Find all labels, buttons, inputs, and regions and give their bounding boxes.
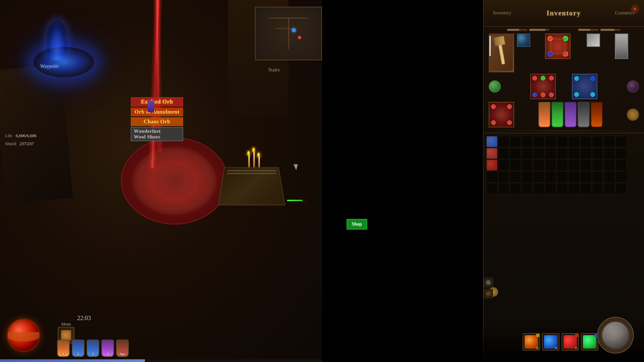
stash-cell-r3-2[interactable] (498, 160, 509, 171)
flask-3[interactable]: 3 (87, 340, 99, 357)
stash-grid[interactable] (486, 136, 641, 194)
stash-cell-r2-11[interactable] (604, 148, 615, 159)
sword-item[interactable] (587, 34, 600, 47)
amulet-slot[interactable] (627, 109, 639, 121)
shop-button[interactable]: Shop (346, 219, 367, 230)
sc-r4-8[interactable] (569, 171, 580, 182)
stash-cell-r2-4[interactable] (522, 148, 533, 159)
sc-r5-1[interactable] (486, 183, 497, 194)
sc-r4-9[interactable] (580, 171, 591, 182)
stash-item-3[interactable] (486, 160, 497, 171)
ring-slot-left[interactable] (489, 80, 501, 93)
sc-r5-8[interactable] (569, 183, 580, 194)
stash-cell-r3-8[interactable] (569, 160, 580, 171)
stash-cell-r3-11[interactable] (604, 160, 615, 171)
stash-cell-r2-9[interactable] (580, 148, 591, 159)
stash-cell-r2-12[interactable] (615, 148, 627, 159)
shield-item[interactable] (572, 74, 597, 99)
sc-r5-10[interactable] (592, 183, 603, 194)
dagger-item[interactable] (615, 34, 628, 59)
flask-1[interactable]: 1 (57, 340, 70, 357)
sc-r4-6[interactable] (545, 171, 556, 182)
sc-r5-5[interactable] (533, 183, 544, 194)
helm-item[interactable] (517, 34, 530, 47)
sc-r5-2[interactable] (498, 183, 509, 194)
waypoint-portal[interactable] (34, 47, 94, 77)
stash-cell-empty-8[interactable] (580, 136, 591, 147)
stash-cell-r2-6[interactable] (545, 148, 556, 159)
skill-slot-1[interactable]: Q (523, 333, 540, 351)
skill-slot-2[interactable]: W (542, 333, 559, 351)
sc-r4-3[interactable] (510, 171, 521, 182)
skill-slot-3[interactable]: E (561, 333, 579, 351)
stash-cell-r2-3[interactable] (510, 148, 521, 159)
inv-flask-2[interactable] (551, 102, 564, 127)
inv-flask-1[interactable] (538, 102, 550, 127)
stash-cell-r3-6[interactable] (545, 160, 556, 171)
stash-cell-r2-8[interactable] (569, 148, 580, 159)
stash-cell-r3-4[interactable] (522, 160, 533, 171)
stash-item-1[interactable] (486, 136, 497, 147)
stash-cell-empty-3[interactable] (522, 136, 533, 147)
character-portrait[interactable] (597, 317, 634, 354)
panel-btn-1[interactable] (484, 278, 493, 287)
stash-cell-empty-5[interactable] (545, 136, 556, 147)
stash-cell-empty-9[interactable] (592, 136, 603, 147)
panel-side-buttons (484, 278, 494, 298)
sc-r5-12[interactable] (615, 183, 627, 194)
stash-cell-r3-7[interactable] (557, 160, 568, 171)
stash-cell-empty-1[interactable] (498, 136, 509, 147)
sc-r5-3[interactable] (510, 183, 521, 194)
inv-flask-4[interactable] (578, 102, 590, 127)
stash-item-2[interactable] (486, 148, 497, 159)
sc-r5-6[interactable] (545, 183, 556, 194)
wanderlust-shoes-drop[interactable]: Wanderlust Wool Shoes (131, 127, 183, 141)
flask-2[interactable]: 2 (72, 340, 85, 357)
stash-cell-r3-10[interactable] (592, 160, 603, 171)
sc-r4-7[interactable] (557, 171, 568, 182)
weapon-slot-left[interactable] (489, 34, 514, 72)
gloves-item[interactable] (489, 102, 514, 127)
chest-item[interactable] (530, 74, 556, 99)
skill-slot-4[interactable] (581, 333, 598, 351)
inv-flask-3[interactable] (565, 102, 577, 127)
stash-cell-r3-5[interactable] (533, 160, 544, 171)
sc-r4-10[interactable] (592, 171, 603, 182)
stash-cell-empty-11[interactable] (615, 136, 627, 147)
stash-cell-empty-6[interactable] (557, 136, 568, 147)
linked-orb-item[interactable] (545, 34, 571, 59)
sc-r4-4[interactable] (522, 171, 533, 182)
minimap[interactable] (255, 7, 322, 60)
sc-r4-12[interactable] (615, 171, 627, 182)
sc-r5-4[interactable] (522, 183, 533, 194)
sc-r5-7[interactable] (557, 183, 568, 194)
stash-cell-r3-9[interactable] (580, 160, 591, 171)
stash-cell-r2-7[interactable] (557, 148, 568, 159)
chest-object[interactable] (218, 167, 285, 205)
stash-cell-empty-4[interactable] (533, 136, 544, 147)
stash-cell-empty-2[interactable] (510, 136, 521, 147)
stash-cell-r2-2[interactable] (498, 148, 509, 159)
flask-4[interactable]: 4 (101, 340, 114, 357)
ring-slot-right[interactable] (627, 80, 639, 93)
stash-cell-r2-5[interactable] (533, 148, 544, 159)
stash-cell-empty-7[interactable] (569, 136, 580, 147)
sc-r5-11[interactable] (604, 183, 615, 194)
stash-cell-r3-3[interactable] (510, 160, 521, 171)
stash-cell-r3-12[interactable] (615, 160, 627, 171)
flask-5[interactable]: Spc (116, 340, 129, 357)
xp-bar (0, 359, 322, 362)
sc-r4-11[interactable] (604, 171, 615, 182)
inv-flask-5[interactable] (591, 102, 603, 127)
sc-r4-2[interactable] (498, 171, 509, 182)
sc-r5-9[interactable] (580, 183, 591, 194)
stash-cell-r2-10[interactable] (592, 148, 603, 159)
sc-r4-1[interactable] (486, 171, 497, 182)
stash-cell-empty-10[interactable] (604, 136, 615, 147)
tab-inventory[interactable]: Inventory (490, 9, 514, 17)
sc-r4-5[interactable] (533, 171, 544, 182)
waypoint-label: Waypoint (40, 64, 58, 69)
close-button[interactable]: ✕ (631, 5, 639, 13)
shield-label: Shield (5, 140, 16, 147)
panel-btn-2[interactable] (484, 289, 493, 298)
